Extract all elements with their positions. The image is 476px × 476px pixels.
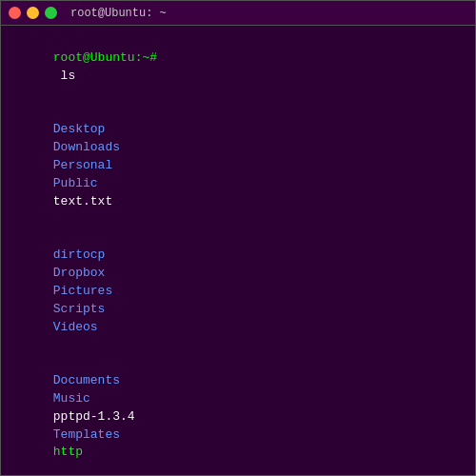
prompt: root@Ubuntu:~# [53, 50, 157, 65]
ls-item: Templates [53, 427, 135, 442]
maximize-button[interactable] [45, 7, 57, 19]
ls-item: Documents [53, 373, 135, 387]
ls-item: Scripts [53, 302, 135, 316]
ls-item: Videos [53, 320, 98, 334]
ls-item: Music [53, 391, 135, 406]
window-title: root@Ubuntu: ~ [70, 7, 167, 20]
terminal-line: root@Ubuntu:~# ls [9, 31, 467, 103]
ls-item: text.txt [53, 194, 112, 208]
titlebar: root@Ubuntu: ~ [1, 1, 475, 26]
close-button[interactable] [9, 7, 21, 19]
ls-item: Public [53, 176, 135, 190]
command: ls [53, 69, 75, 83]
ls-item: dirtocp [53, 248, 128, 262]
terminal-window: root@Ubuntu: ~ root@Ubuntu:~# ls Desktop… [0, 0, 476, 476]
ls-row-3: Documents Music pptpd-1.3.4 Templates ht… [9, 354, 467, 475]
ls-row-1: Desktop Downloads Personal Public text.t… [9, 103, 467, 228]
ls-item: Personal [53, 158, 135, 172]
ls-item: Desktop [53, 122, 128, 136]
ls-item: Pictures [53, 284, 135, 298]
ls-item: Dropbox [53, 266, 135, 280]
ls-item: pptpd-1.3.4 [53, 409, 143, 424]
minimize-button[interactable] [27, 7, 39, 19]
ls-item: http [53, 445, 83, 459]
ls-item: Downloads [53, 140, 135, 154]
terminal-body[interactable]: root@Ubuntu:~# ls Desktop Downloads Pers… [1, 26, 475, 475]
ls-row-2: dirtocp Dropbox Pictures Scripts Videos [9, 228, 467, 354]
